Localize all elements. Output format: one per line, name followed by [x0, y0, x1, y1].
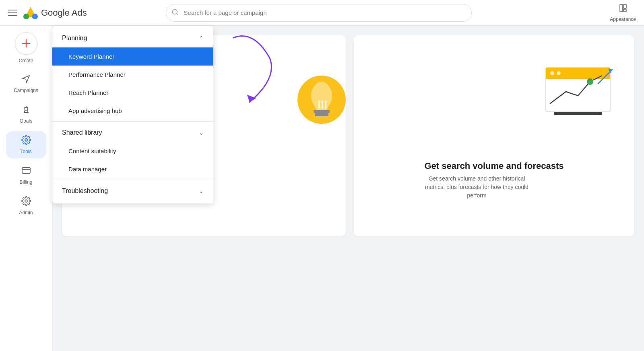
sidebar: Create Campaigns Goals	[0, 26, 52, 351]
google-ads-logo-icon	[23, 6, 38, 20]
google-ads-logo: Google Ads	[23, 6, 87, 20]
logo-area: Google Ads	[23, 6, 87, 20]
header: Google Ads Appearance	[0, 0, 644, 26]
divider-1	[52, 121, 213, 122]
planning-section-header[interactable]: Planning ⌃	[52, 29, 213, 47]
shared-library-chevron-icon: ⌄	[199, 129, 204, 136]
svg-line-5	[176, 13, 178, 14]
divider-2	[52, 180, 213, 180]
svg-rect-6	[620, 4, 623, 12]
sidebar-item-tools[interactable]: Tools	[6, 131, 46, 158]
svg-rect-19	[322, 101, 323, 109]
goals-icon	[21, 105, 31, 117]
card-search-volume-desc: Get search volume and other historical m…	[424, 174, 529, 200]
planning-chevron-icon: ⌃	[199, 35, 204, 41]
campaigns-icon	[21, 74, 31, 86]
header-right: Appearance	[610, 3, 636, 22]
sidebar-item-admin[interactable]: Admin	[6, 192, 46, 220]
search-input[interactable]	[166, 4, 472, 22]
search-bar	[166, 4, 472, 22]
troubleshooting-section-header[interactable]: Troubleshooting ⌄	[52, 182, 213, 200]
bulb-icon	[289, 68, 346, 132]
data-manager-item[interactable]: Data manager	[52, 160, 213, 178]
keyword-planner-item[interactable]: Keyword Planner	[52, 47, 213, 66]
svg-point-24	[550, 71, 554, 75]
sidebar-item-goals[interactable]: Goals	[6, 101, 46, 128]
search-icon	[171, 8, 179, 17]
svg-rect-20	[325, 101, 326, 109]
svg-point-14	[25, 200, 27, 202]
svg-rect-29	[554, 112, 602, 115]
svg-rect-8	[623, 9, 626, 12]
billing-icon	[21, 166, 31, 178]
planning-section-title: Planning	[62, 35, 87, 42]
create-button[interactable]	[15, 32, 37, 55]
appearance-icon[interactable]	[618, 3, 628, 15]
sidebar-item-admin-label: Admin	[19, 210, 33, 216]
sidebar-item-billing-label: Billing	[19, 179, 32, 185]
dropdown-menu: Planning ⌃ Keyword Planner Performance P…	[52, 26, 213, 203]
svg-point-26	[587, 78, 593, 85]
troubleshooting-title: Troubleshooting	[62, 187, 108, 195]
sidebar-item-tools-label: Tools	[20, 149, 31, 154]
shared-library-title: Shared library	[62, 129, 102, 136]
svg-rect-7	[623, 4, 626, 8]
svg-point-25	[557, 71, 561, 75]
svg-point-1	[32, 13, 38, 19]
svg-rect-18	[318, 101, 320, 109]
svg-rect-12	[22, 168, 30, 173]
sidebar-item-goals-label: Goals	[20, 118, 32, 124]
shared-library-section-header[interactable]: Shared library ⌄	[52, 123, 213, 142]
sidebar-item-billing[interactable]: Billing	[6, 162, 46, 189]
tools-icon	[21, 135, 31, 147]
card-search-volume-title: Get search volume and forecasts	[424, 161, 564, 171]
create-label: Create	[19, 58, 33, 64]
svg-point-11	[25, 139, 27, 141]
hamburger-menu[interactable]	[8, 10, 17, 16]
app-advertising-hub-item[interactable]: App advertising hub	[52, 102, 213, 120]
svg-rect-17	[315, 113, 328, 116]
logo-text: Google Ads	[41, 8, 87, 18]
troubleshooting-chevron-icon: ⌄	[199, 188, 204, 194]
content-suitability-item[interactable]: Content suitability	[52, 142, 213, 160]
appearance-label: Appearance	[610, 16, 636, 22]
performance-planner-item[interactable]: Performance Planner	[52, 66, 213, 84]
chart-icon	[538, 60, 618, 124]
svg-rect-16	[314, 110, 330, 113]
sidebar-item-campaigns-label: Campaigns	[14, 88, 38, 93]
card-search-volume: Get search volume and forecasts Get sear…	[354, 35, 634, 236]
svg-point-4	[172, 9, 177, 14]
svg-point-2	[23, 13, 29, 19]
admin-icon	[21, 196, 31, 208]
reach-planner-item[interactable]: Reach Planner	[52, 84, 213, 102]
sidebar-item-campaigns[interactable]: Campaigns	[6, 70, 46, 97]
